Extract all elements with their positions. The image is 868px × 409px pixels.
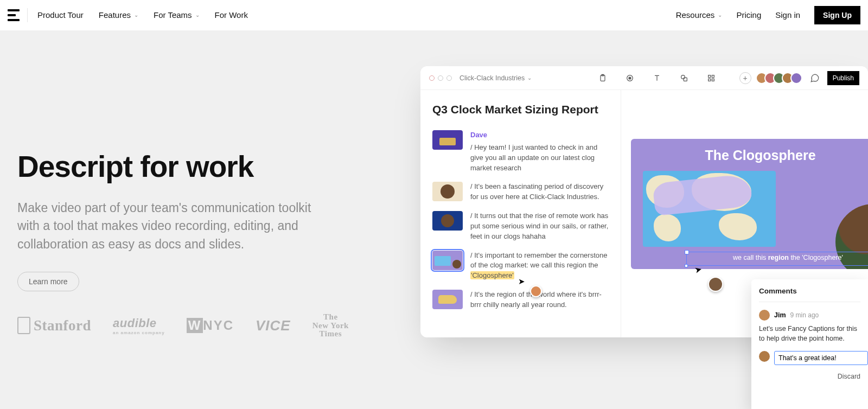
chevron-down-icon: ⌄: [718, 12, 722, 18]
record-icon[interactable]: [626, 74, 634, 82]
document-title[interactable]: Q3 Clock Market Sizing Report: [432, 103, 609, 116]
text-icon[interactable]: [653, 74, 661, 82]
nav-right-group: Resources⌄ Pricing Sign in Sign Up: [676, 6, 860, 24]
nav-signin[interactable]: Sign in: [775, 10, 800, 20]
logo-vice: VICE: [256, 317, 291, 334]
chevron-down-icon: ⌄: [134, 12, 138, 18]
discard-button[interactable]: Discard: [759, 373, 860, 380]
collaborator-cursor-avatar: [530, 285, 542, 297]
app-titlebar: Click-Clack Industries⌄ + Publish: [420, 66, 868, 90]
clip-thumbnail[interactable]: [432, 211, 463, 231]
chevron-down-icon: ⌄: [527, 75, 532, 81]
transcript-row[interactable]: / It's been a fascinating period of disc…: [432, 182, 609, 202]
window-traffic-lights[interactable]: [429, 75, 452, 81]
transcript-row[interactable]: / It's important to remember the corners…: [432, 251, 609, 282]
publish-button[interactable]: Publish: [827, 71, 859, 85]
transcript-text[interactable]: / It turns out that the rise of remote w…: [470, 211, 609, 242]
transcript-row[interactable]: / It's the region of the world where it'…: [432, 290, 609, 310]
transcript-text[interactable]: / It's been a fascinating period of disc…: [470, 182, 609, 202]
slide-preview[interactable]: The Clogosphere: [631, 139, 868, 269]
comment-author: Jim: [774, 311, 786, 319]
highlighted-text: 'Clogosphere': [470, 271, 514, 279]
add-collaborator-button[interactable]: +: [739, 72, 751, 84]
comments-panel: Comments Jim 9 min ago Let's use Fancy C…: [751, 279, 868, 409]
hero-subtitle: Make video part of your team's communica…: [17, 199, 321, 253]
nav-left-group: Product Tour Features⌄ For Teams⌄ For Wo…: [37, 10, 248, 20]
logo-stanford: Stanford: [17, 317, 91, 334]
nav-for-work[interactable]: For Work: [215, 10, 248, 20]
nav-features[interactable]: Features⌄: [99, 10, 138, 20]
comment-icon[interactable]: [810, 73, 820, 83]
clip-thumbnail[interactable]: [432, 130, 463, 150]
comment-body: Let's use Fancy Captions for this to hel…: [759, 324, 860, 343]
speaker-label: Dave: [470, 130, 609, 140]
nav-product-tour[interactable]: Product Tour: [37, 10, 84, 20]
transcript-text[interactable]: / It's important to remember the corners…: [470, 251, 609, 282]
toolbar-icons: [598, 74, 716, 82]
logo-audible: audiblean amazon company: [113, 316, 165, 335]
caption-text[interactable]: we call this region the 'Clogosphere': [687, 254, 868, 261]
hero-title: Descript for work: [17, 149, 365, 184]
collaborator-avatars: [756, 72, 802, 84]
transcript-panel: Q3 Clock Market Sizing Report Dave / Hey…: [420, 90, 621, 337]
nav-pricing[interactable]: Pricing: [736, 10, 761, 20]
signup-button[interactable]: Sign Up: [814, 6, 860, 24]
clip-thumbnail-selected[interactable]: [432, 251, 463, 270]
comment-avatar: [759, 310, 770, 321]
avatar[interactable]: [790, 72, 802, 84]
clip-thumbnail[interactable]: [432, 290, 463, 309]
comment-reply-row: [759, 351, 860, 365]
slide-map-graphic: [643, 171, 776, 247]
svg-rect-6: [708, 75, 710, 77]
svg-rect-7: [712, 75, 714, 77]
clip-thumbnail[interactable]: [432, 182, 463, 201]
logo-nyt: TheNew YorkTimes: [312, 313, 349, 338]
transcript-text[interactable]: Dave / Hey team! I just wanted to check …: [470, 130, 609, 173]
comment-header: Jim 9 min ago: [759, 310, 860, 321]
caption-selection-box[interactable]: we call this region the 'Clogosphere': [686, 252, 868, 266]
hero-section: Descript for work Make video part of you…: [17, 149, 365, 291]
comment-timestamp: 9 min ago: [790, 311, 819, 319]
transcript-row[interactable]: / It turns out that the rise of remote w…: [432, 211, 609, 242]
clipboard-icon[interactable]: [598, 74, 607, 82]
svg-point-4: [681, 75, 685, 79]
comments-title: Comments: [759, 287, 860, 302]
comment-avatar: [759, 351, 770, 362]
transcript-row[interactable]: Dave / Hey team! I just wanted to check …: [432, 130, 609, 173]
svg-rect-8: [708, 79, 710, 81]
slide-title: The Clogosphere: [641, 148, 868, 163]
comment-reply-input[interactable]: [774, 351, 868, 365]
svg-rect-9: [712, 79, 714, 81]
chevron-down-icon: ⌄: [195, 12, 200, 18]
nav-resources[interactable]: Resources⌄: [676, 10, 723, 20]
shapes-icon[interactable]: [680, 74, 688, 82]
grid-icon[interactable]: [707, 74, 716, 82]
top-nav: Product Tour Features⌄ For Teams⌄ For Wo…: [0, 0, 868, 30]
cursor-icon: ➤: [518, 277, 525, 286]
collaborator-cursor-avatar: [708, 277, 723, 292]
learn-more-button[interactable]: Learn more: [17, 272, 79, 291]
app-top-right: + Publish: [739, 71, 859, 85]
brand-logo-row: Stanford audiblean amazon company WNYC V…: [17, 313, 349, 338]
nav-separator: [27, 8, 28, 22]
nav-for-teams[interactable]: For Teams⌄: [154, 10, 200, 20]
svg-point-3: [629, 77, 631, 79]
brand-logo[interactable]: [8, 9, 20, 21]
logo-wnyc: WNYC: [187, 318, 234, 333]
project-selector[interactable]: Click-Clack Industries⌄: [459, 74, 532, 82]
